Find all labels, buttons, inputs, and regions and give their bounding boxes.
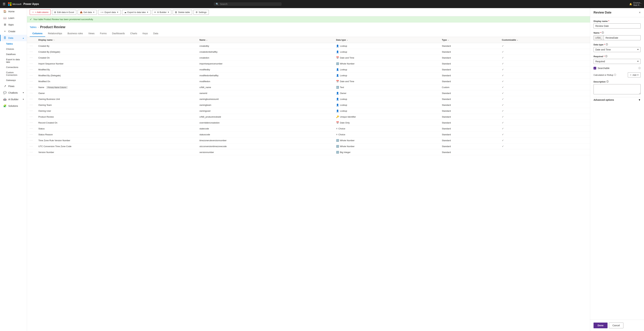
searchable-checkbox[interactable] <box>594 67 596 69</box>
row-more-actions[interactable]: ··· <box>30 145 33 148</box>
done-button[interactable]: Done <box>594 323 608 328</box>
table-row[interactable]: ··· Created By createdby 👤 Lookup Standa… <box>27 43 590 49</box>
row-more-actions[interactable]: ··· <box>30 44 33 47</box>
panel-close-button[interactable]: × <box>639 11 640 14</box>
get-data-button[interactable]: 📥 Get data ▼ <box>78 10 97 15</box>
sidebar-item-chatbots[interactable]: 💬 Chatbots ▼ <box>0 89 27 96</box>
tab-columns[interactable]: Columns <box>30 30 45 37</box>
export-lake-button[interactable]: ☁ Export to data lake ▼ <box>122 10 150 15</box>
tab-views[interactable]: Views <box>86 30 97 37</box>
row-more-actions[interactable]: ··· <box>30 133 33 136</box>
data-type-field: Data type * ⓘ Date and Time Date Only Te… <box>594 43 640 52</box>
sidebar-item-choices[interactable]: Choices <box>6 46 27 52</box>
th-actions <box>27 37 36 43</box>
row-more-actions[interactable]: ··· <box>30 151 33 154</box>
cancel-button[interactable]: Cancel <box>609 323 624 328</box>
sidebar-item-create[interactable]: ＋ Create <box>0 28 27 35</box>
sidebar-item-gateways[interactable]: Gateways <box>6 78 27 83</box>
table-row[interactable]: ··· Status statecode ≡ Choice Standard ✓ <box>27 126 590 132</box>
sidebar-item-dataflows[interactable]: Dataflows <box>6 52 27 57</box>
table-row[interactable]: ··· Modified By modifiedby 👤 Lookup Stan… <box>27 67 590 72</box>
sidebar-item-tables[interactable]: Tables <box>6 41 27 46</box>
row-more-actions[interactable]: ··· <box>30 121 33 124</box>
sidebar-item-home[interactable]: 🏠 Home <box>0 8 27 15</box>
th-customizable[interactable]: Customizable ⌄ <box>499 37 590 43</box>
row-more-actions[interactable]: ··· <box>30 80 33 83</box>
sidebar-item-connections[interactable]: Connections <box>6 65 27 70</box>
row-more-actions[interactable]: ··· <box>30 103 33 106</box>
th-data-type[interactable]: Data type ⌄ <box>334 37 439 43</box>
ai-builder-button[interactable]: ✦ AI Builder ▼ <box>152 10 171 15</box>
table-row[interactable]: ··· Time Zone Rule Version Number timezo… <box>27 137 590 143</box>
th-name[interactable]: Name ⌄ <box>197 37 334 43</box>
description-info-icon[interactable]: ⓘ <box>606 80 608 83</box>
tab-business-rules[interactable]: Business rules <box>65 30 86 37</box>
tab-charts[interactable]: Charts <box>128 30 140 37</box>
sidebar-item-data[interactable]: 🗄 Data ▲ <box>0 35 27 41</box>
th-type[interactable]: Type ⌄ <box>439 37 499 43</box>
add-calc-button[interactable]: ＋ Add ▼ <box>628 72 640 77</box>
search-input[interactable] <box>220 3 280 5</box>
delete-table-button[interactable]: 🗑 Delete table <box>173 10 192 15</box>
th-display-name[interactable]: Display name ↑↓ <box>36 37 197 43</box>
table-row[interactable]: ··· Owning Business Unit owningbusinessu… <box>27 96 590 102</box>
row-more-actions[interactable]: ··· <box>30 92 33 94</box>
description-textarea[interactable] <box>594 84 640 94</box>
table-row[interactable]: ··· Status Reason statuscode ≡ Choice St… <box>27 132 590 137</box>
required-info-icon[interactable]: ⓘ <box>605 55 607 58</box>
row-more-actions[interactable]: ··· <box>30 56 33 59</box>
notification-icon[interactable]: 🔔 <box>629 3 632 5</box>
tab-dashboards[interactable]: Dashboards <box>110 30 128 37</box>
row-more-actions[interactable]: ··· <box>30 109 33 112</box>
table-row[interactable]: ··· Owning Team owningteam 👤 Lookup Stan… <box>27 102 590 108</box>
tab-relationships[interactable]: Relationships <box>45 30 65 37</box>
table-row[interactable]: ··· Record Created On overriddencreatedo… <box>27 120 590 126</box>
settings-button[interactable]: ⚙ Settings <box>194 10 209 15</box>
row-more-actions[interactable]: ··· <box>30 50 33 53</box>
table-row[interactable]: ··· Owner ownerid 👤 Owner Standard ✓ <box>27 90 590 96</box>
search-box[interactable]: 🔍 <box>214 2 282 5</box>
sidebar-item-flows[interactable]: ↗ Flows <box>0 83 27 89</box>
advanced-options-row[interactable]: Advanced options ▼ <box>594 97 640 103</box>
sidebar-item-ai-builder[interactable]: 🤖 AI Builder ▼ <box>0 96 27 103</box>
tab-data[interactable]: Data <box>150 30 161 37</box>
table-row[interactable]: ··· Import Sequence Number importsequenc… <box>27 61 590 67</box>
table-row[interactable]: ··· Created On createdon 📅 Date and Time… <box>27 55 590 61</box>
row-more-actions[interactable]: ··· <box>30 74 33 77</box>
name-info-icon[interactable]: ⓘ <box>602 31 604 34</box>
row-more-actions[interactable]: ··· <box>30 68 33 71</box>
data-type-info-icon[interactable]: ⓘ <box>606 43 608 46</box>
breadcrumb-parent[interactable]: Tables <box>30 26 36 28</box>
row-more-actions[interactable]: ··· <box>30 127 33 130</box>
row-more-actions[interactable]: ··· <box>30 115 33 118</box>
table-row[interactable]: ··· Product Review crfb6_productreviewid… <box>27 114 590 120</box>
row-more-actions[interactable]: ··· <box>30 139 33 142</box>
sidebar-item-custom-connectors[interactable]: Custom Connectors <box>6 70 27 78</box>
data-type-select[interactable]: Date and Time Date Only Text Whole Numbe… <box>594 47 640 52</box>
sidebar-item-export[interactable]: Export to data lake <box>6 57 27 65</box>
hamburger-menu[interactable]: ☰ <box>2 1 6 6</box>
add-column-button[interactable]: ＋ + Add column <box>30 9 51 15</box>
sidebar-item-apps[interactable]: ⊞ Apps <box>0 21 27 28</box>
table-row[interactable]: ··· Modified By (Delegate) modifiedonbeh… <box>27 72 590 78</box>
tab-forms[interactable]: Forms <box>97 30 110 37</box>
edit-data-excel-button[interactable]: ⊞ Edit data in Excel <box>52 10 76 15</box>
sidebar-item-solutions[interactable]: 🧩 Solutions <box>0 103 27 109</box>
export-data-button[interactable]: ⟶ Export data ▼ <box>98 10 120 15</box>
calc-rollup-info-icon[interactable]: ⓘ <box>614 73 616 76</box>
display-name-input[interactable] <box>594 23 640 28</box>
table-row[interactable]: ··· Owning User owninguser 👤 Lookup Stan… <box>27 108 590 114</box>
table-row[interactable]: ··· UTC Conversion Time Zone Code utccon… <box>27 143 590 149</box>
tab-keys[interactable]: Keys <box>140 30 150 37</box>
row-more-actions[interactable]: ··· <box>30 86 33 89</box>
searchable-info-icon[interactable]: ⓘ <box>638 67 640 70</box>
row-more-actions[interactable]: ··· <box>30 62 33 65</box>
table-row[interactable]: ··· Version Number versionnumber 🔢 Big I… <box>27 149 590 155</box>
required-select[interactable]: Optional Required Business Required <box>594 59 640 64</box>
sidebar-item-learn[interactable]: 📖 Learn <box>0 15 27 21</box>
table-row[interactable]: ··· Modified On modifiedon 📅 Date and Ti… <box>27 78 590 84</box>
row-more-actions[interactable]: ··· <box>30 97 33 100</box>
name-input[interactable] <box>604 35 640 40</box>
table-row[interactable]: ··· Created By (Delegate) createdonbehal… <box>27 49 590 55</box>
table-row[interactable]: ··· Name Primary Name Column crfb6_name … <box>27 84 590 90</box>
